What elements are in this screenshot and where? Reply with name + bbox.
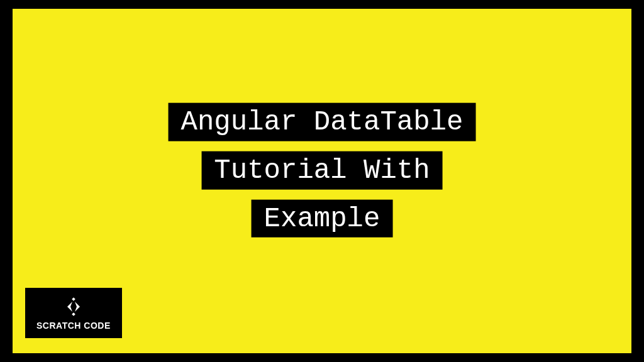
- banner-frame: Angular DataTable Tutorial With Example …: [11, 8, 633, 354]
- brand-logo: SCRATCH CODE: [25, 288, 122, 338]
- code-diamond-icon: [64, 297, 84, 317]
- brand-name: SCRATCH CODE: [36, 321, 111, 331]
- title-container: Angular DataTable Tutorial With Example: [169, 103, 476, 238]
- svg-rect-0: [72, 297, 75, 301]
- title-line-3: Example: [252, 199, 393, 238]
- title-line-1: Angular DataTable: [169, 103, 476, 141]
- svg-rect-1: [72, 312, 75, 316]
- frame-corner-decoration: [629, 353, 635, 356]
- title-line-2: Tutorial With: [201, 151, 442, 189]
